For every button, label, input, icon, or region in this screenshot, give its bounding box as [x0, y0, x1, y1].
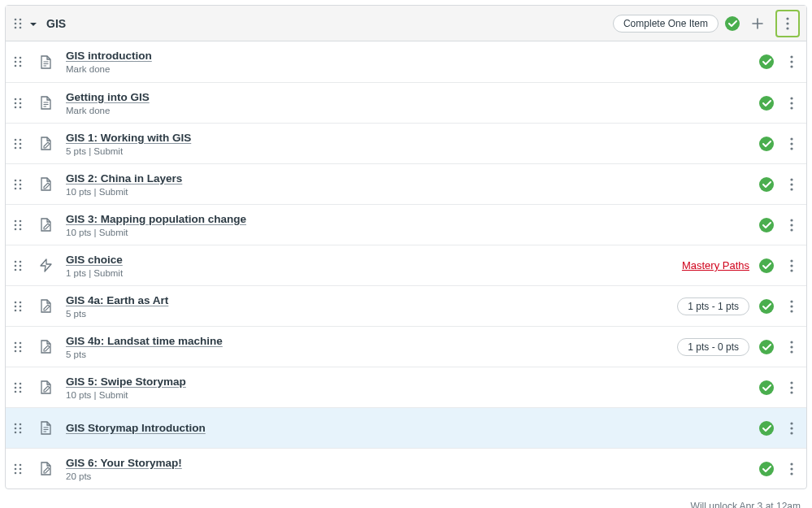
item-options-button[interactable]	[784, 214, 800, 237]
assignment-icon	[35, 339, 56, 354]
module-options-highlight	[775, 10, 800, 37]
unlock-note: Will unlock Apr 3 at 12am	[0, 494, 812, 508]
published-icon[interactable]	[759, 177, 774, 192]
item-actions	[759, 50, 800, 73]
item-options-button[interactable]	[784, 295, 800, 318]
item-title-link[interactable]: Getting into GIS	[66, 91, 150, 103]
page-icon	[35, 95, 56, 111]
assignment-icon	[35, 217, 56, 232]
drag-handle-icon[interactable]	[12, 17, 24, 30]
assignment-icon	[35, 176, 56, 192]
published-icon[interactable]	[759, 54, 774, 69]
item-actions	[759, 132, 800, 155]
item-meta: 1 pts | Submit	[66, 268, 682, 278]
item-content: GIS 2: China in Layers10 pts | Submit	[66, 172, 759, 197]
item-meta: 10 pts | Submit	[66, 187, 759, 197]
drag-handle-icon[interactable]	[12, 422, 24, 435]
item-actions	[759, 214, 800, 237]
item-title-link[interactable]: GIS choice	[66, 254, 123, 266]
module-title: GIS	[46, 17, 613, 30]
item-content: GIS 4b: Landsat time machine5 pts	[66, 335, 677, 359]
item-actions	[759, 173, 800, 196]
item-options-button[interactable]	[784, 132, 800, 155]
published-icon[interactable]	[725, 16, 740, 31]
item-meta: 10 pts | Submit	[66, 390, 759, 400]
item-options-button[interactable]	[784, 376, 800, 399]
item-options-button[interactable]	[784, 173, 800, 196]
module-item: Getting into GISMark done	[6, 82, 806, 123]
item-content: GIS 3: Mapping population change10 pts |…	[66, 213, 759, 237]
item-title-link[interactable]: GIS introduction	[66, 50, 152, 62]
item-actions	[759, 92, 800, 115]
published-icon[interactable]	[759, 462, 774, 476]
published-icon[interactable]	[759, 421, 774, 436]
item-options-button[interactable]	[784, 92, 800, 115]
item-title-link[interactable]: GIS 4a: Earth as Art	[66, 294, 168, 306]
module-items: GIS introductionMark doneGetting into GI…	[6, 41, 806, 488]
score-range-pill: 1 pts - 1 pts	[677, 297, 749, 315]
drag-handle-icon[interactable]	[12, 462, 24, 475]
item-options-button[interactable]	[784, 458, 800, 480]
drag-handle-icon[interactable]	[12, 55, 24, 68]
drag-handle-icon[interactable]	[12, 137, 24, 150]
item-title-link[interactable]: GIS 4b: Landsat time machine	[66, 335, 223, 347]
module-item: GIS 1: Working with GIS5 pts | Submit	[6, 123, 806, 163]
drag-handle-icon[interactable]	[12, 381, 24, 394]
mastery-paths-link[interactable]: Mastery Paths	[682, 259, 749, 271]
module-item: GIS 3: Mapping population change10 pts |…	[6, 204, 806, 245]
published-icon[interactable]	[759, 299, 774, 314]
drag-handle-icon[interactable]	[12, 97, 24, 110]
item-meta: 10 pts | Submit	[66, 228, 759, 237]
completion-requirement-pill: Complete One Item	[613, 15, 719, 33]
item-actions: Mastery Paths	[682, 254, 800, 277]
module-header: GIS Complete One Item	[6, 6, 806, 41]
drag-handle-icon[interactable]	[12, 341, 24, 354]
quiz-icon	[35, 258, 56, 273]
published-icon[interactable]	[759, 96, 774, 111]
published-icon[interactable]	[759, 258, 774, 273]
item-content: GIS introductionMark done	[66, 50, 759, 74]
item-content: GIS 6: Your Storymap!20 pts	[66, 457, 759, 481]
module-header-actions: Complete One Item	[613, 10, 800, 37]
item-title-link[interactable]: GIS 3: Mapping population change	[66, 213, 246, 225]
item-actions: 1 pts - 0 pts	[677, 336, 800, 358]
item-meta: Mark done	[66, 106, 759, 115]
assignment-icon	[35, 136, 56, 151]
item-title-link[interactable]: GIS 6: Your Storymap!	[66, 457, 182, 469]
item-content: GIS choice1 pts | Submit	[66, 254, 682, 278]
published-icon[interactable]	[759, 137, 774, 151]
module-item: GIS introductionMark done	[6, 41, 806, 82]
module-item: GIS 5: Swipe Storymap10 pts | Submit	[6, 367, 806, 407]
item-options-button[interactable]	[784, 336, 800, 358]
item-title-link[interactable]: GIS Storymap Introduction	[66, 422, 206, 434]
collapse-toggle[interactable]	[27, 20, 40, 28]
item-options-button[interactable]	[784, 417, 800, 440]
item-content: GIS 4a: Earth as Art5 pts	[66, 294, 677, 319]
published-icon[interactable]	[759, 218, 774, 232]
published-icon[interactable]	[759, 340, 774, 354]
module-item: GIS 2: China in Layers10 pts | Submit	[6, 163, 806, 204]
published-icon[interactable]	[759, 380, 774, 395]
item-title-link[interactable]: GIS 1: Working with GIS	[66, 132, 191, 144]
item-content: Getting into GISMark done	[66, 91, 759, 115]
module-options-button[interactable]	[779, 12, 796, 35]
drag-handle-icon[interactable]	[12, 178, 24, 191]
module-item: GIS choice1 pts | SubmitMastery Paths	[6, 245, 806, 285]
item-actions: 1 pts - 1 pts	[677, 295, 800, 318]
page-icon	[35, 420, 56, 436]
assignment-icon	[35, 380, 56, 395]
module-item: GIS 6: Your Storymap!20 pts	[6, 448, 806, 488]
item-content: GIS Storymap Introduction	[66, 422, 759, 434]
item-actions	[759, 458, 800, 480]
drag-handle-icon[interactable]	[12, 259, 24, 272]
item-title-link[interactable]: GIS 2: China in Layers	[66, 172, 182, 185]
add-item-button[interactable]	[746, 12, 769, 35]
item-title-link[interactable]: GIS 5: Swipe Storymap	[66, 376, 186, 388]
item-meta: 20 pts	[66, 471, 759, 481]
drag-handle-icon[interactable]	[12, 300, 24, 313]
item-options-button[interactable]	[784, 50, 800, 73]
item-meta: Mark done	[66, 64, 759, 74]
module: GIS Complete One Item GIS introductionMa…	[5, 5, 807, 489]
drag-handle-icon[interactable]	[12, 219, 24, 232]
item-options-button[interactable]	[784, 254, 800, 277]
